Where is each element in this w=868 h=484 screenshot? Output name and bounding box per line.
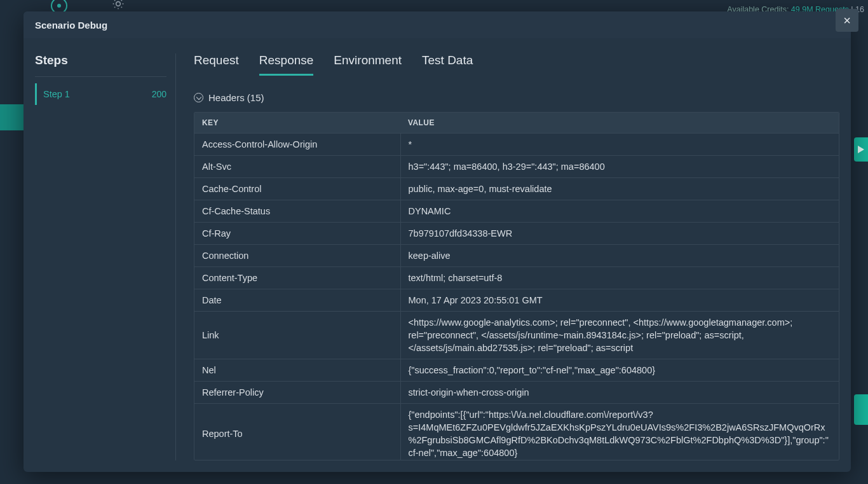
header-key: Link (194, 312, 400, 359)
table-row: Cf-Ray7b979107dfd34338-EWR (194, 223, 839, 245)
sidebar-nav-item[interactable]: ata (0, 196, 24, 222)
header-key: Cf-Ray (194, 223, 400, 245)
tab-request[interactable]: Request (194, 53, 239, 76)
close-icon: × (843, 13, 851, 28)
header-value: DYNAMIC (400, 200, 839, 223)
table-row: Connectionkeep-alive (194, 245, 839, 267)
col-key: KEY (194, 113, 400, 134)
run-button[interactable] (854, 137, 868, 162)
sidebar-nav-item[interactable]: Help (0, 316, 24, 342)
tab-environment[interactable]: Environment (334, 53, 402, 76)
step-item[interactable]: Step 1200 (35, 83, 166, 105)
scenario-debug-modal: Scenario Debug × Steps Step 1200 Request… (24, 11, 851, 472)
steps-panel: Steps Step 1200 (35, 53, 176, 460)
header-value: <https://www.google-analytics.com>; rel=… (400, 312, 839, 359)
header-key: Nel (194, 359, 400, 382)
table-row: Link<https://www.google-analytics.com>; … (194, 312, 839, 359)
close-button[interactable]: × (836, 9, 858, 32)
headers-table: KEY VALUE Access-Control-Allow-Origin*Al… (194, 113, 839, 460)
header-key: Content-Type (194, 267, 400, 289)
header-key: Report-To (194, 404, 400, 461)
content-panel: RequestResponseEnvironmentTest Data Head… (176, 53, 851, 460)
header-key: Referrer-Policy (194, 382, 400, 404)
table-row: Nel{"success_fraction":0,"report_to":"cf… (194, 359, 839, 382)
sidebar-nav-item[interactable]: Test (0, 226, 24, 252)
sidebar-nav-item[interactable]: est (0, 74, 24, 100)
modal-titlebar: Scenario Debug (24, 11, 851, 38)
secondary-action-button[interactable] (854, 394, 868, 425)
header-key: Date (194, 289, 400, 312)
topbar: Available Credits: 49.9M Requests | 16 (0, 0, 868, 13)
sidebar: rdstestansesultsnmerataTestHelp (0, 13, 24, 484)
tab-response[interactable]: Response (259, 53, 314, 76)
table-row: Cf-Cache-StatusDYNAMIC (194, 200, 839, 223)
header-key: Access-Control-Allow-Origin (194, 134, 400, 156)
sidebar-nav-item[interactable]: nmer (0, 165, 24, 191)
tab-bar: RequestResponseEnvironmentTest Data (194, 53, 839, 76)
table-row: Cache-Controlpublic, max-age=0, must-rev… (194, 178, 839, 200)
table-row: Content-Typetext/html; charset=utf-8 (194, 267, 839, 289)
steps-heading: Steps (35, 53, 166, 77)
header-value: strict-origin-when-cross-origin (400, 382, 839, 404)
sidebar-nav-item[interactable]: ans (0, 104, 24, 130)
table-row: Access-Control-Allow-Origin* (194, 134, 839, 156)
header-key: Alt-Svc (194, 156, 400, 178)
header-key: Cache-Control (194, 178, 400, 200)
modal-title: Scenario Debug (35, 20, 107, 31)
table-row: Alt-Svch3=":443"; ma=86400, h3-29=":443"… (194, 156, 839, 178)
step-status: 200 (152, 89, 166, 99)
step-label: Step 1 (43, 89, 70, 99)
sidebar-nav-item[interactable]: esults (0, 135, 24, 161)
headers-table-wrap[interactable]: KEY VALUE Access-Control-Allow-Origin*Al… (194, 112, 839, 460)
tab-test-data[interactable]: Test Data (422, 53, 473, 76)
header-value: public, max-age=0, must-revalidate (400, 178, 839, 200)
col-value: VALUE (400, 113, 839, 134)
sidebar-nav-item[interactable]: st (0, 43, 24, 69)
header-value: h3=":443"; ma=86400, h3-29=":443"; ma=86… (400, 156, 839, 178)
sidebar-nav-item[interactable]: rd (0, 13, 24, 39)
headers-section-toggle[interactable]: Headers (15) (194, 92, 839, 103)
table-row: DateMon, 17 Apr 2023 20:55:01 GMT (194, 289, 839, 312)
collapse-icon (194, 93, 203, 102)
headers-section-label: Headers (15) (208, 92, 264, 103)
header-value: {"endpoints":[{"url":"https:\/\/a.nel.cl… (400, 404, 839, 461)
header-value: text/html; charset=utf-8 (400, 267, 839, 289)
header-value: keep-alive (400, 245, 839, 267)
header-value: {"success_fraction":0,"report_to":"cf-ne… (400, 359, 839, 382)
header-key: Connection (194, 245, 400, 267)
header-value: Mon, 17 Apr 2023 20:55:01 GMT (400, 289, 839, 312)
table-row: Report-To{"endpoints":[{"url":"https:\/\… (194, 404, 839, 461)
header-value: 7b979107dfd34338-EWR (400, 223, 839, 245)
header-value: * (400, 134, 839, 156)
header-key: Cf-Cache-Status (194, 200, 400, 223)
table-row: Referrer-Policystrict-origin-when-cross-… (194, 382, 839, 404)
